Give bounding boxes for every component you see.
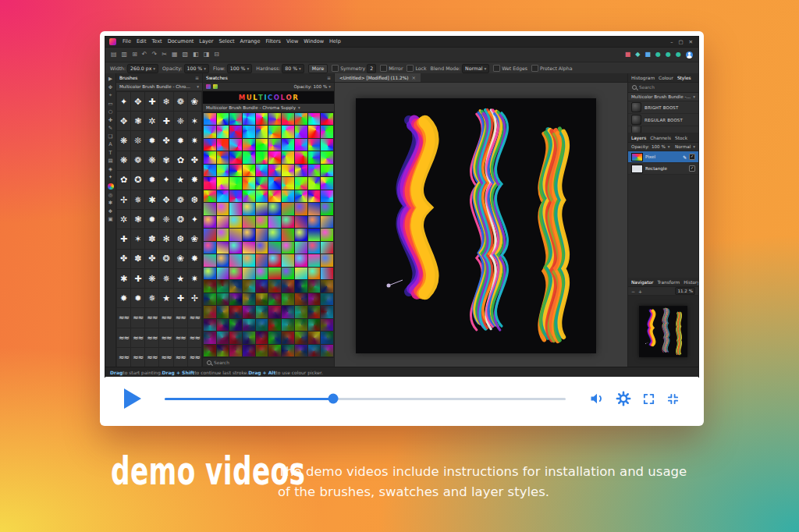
hardness-control[interactable]: Hardness:80 %▾ xyxy=(256,64,304,73)
brush-thumbnail[interactable]: ✦ xyxy=(159,171,172,190)
brush-thumbnail[interactable]: ✥ xyxy=(117,112,130,130)
tab-transform[interactable]: Transform xyxy=(657,280,680,285)
swatch[interactable] xyxy=(308,345,321,356)
swatch[interactable] xyxy=(256,229,268,240)
swatch[interactable] xyxy=(229,126,242,137)
swatch[interactable] xyxy=(229,242,242,254)
brush-thumbnail[interactable]: ≈≈ xyxy=(117,308,130,327)
swatch[interactable] xyxy=(229,293,242,305)
swatch[interactable] xyxy=(243,139,255,151)
swatch[interactable] xyxy=(308,293,321,305)
flow-value[interactable]: 100 %▾ xyxy=(227,64,252,73)
swatch[interactable] xyxy=(229,319,242,331)
swatch[interactable] xyxy=(256,268,268,279)
redo-icon[interactable]: ↷ xyxy=(152,51,158,58)
share-icon[interactable]: ● xyxy=(666,51,671,58)
zoom-out-icon[interactable]: − xyxy=(631,289,635,294)
brush-thumbnail[interactable]: ❆ xyxy=(188,190,201,209)
menu-document[interactable]: Document xyxy=(165,37,197,47)
brush-thumbnail[interactable]: ✹ xyxy=(145,131,158,150)
swatch[interactable] xyxy=(217,293,229,305)
swatch[interactable] xyxy=(256,203,268,215)
swatch[interactable] xyxy=(295,293,307,305)
swatch[interactable] xyxy=(321,345,333,356)
swatch[interactable] xyxy=(295,280,307,292)
brush-thumbnail[interactable]: ≈≈ xyxy=(117,328,130,347)
brush-thumbnail[interactable]: ✥ xyxy=(159,190,172,209)
brush-thumbnail[interactable]: ❊ xyxy=(131,131,144,150)
swatch[interactable] xyxy=(295,242,307,254)
swatch[interactable] xyxy=(217,332,229,343)
brush-thumbnail[interactable]: ≈≈ xyxy=(188,328,201,347)
mirror-checkbox[interactable] xyxy=(380,65,387,72)
video-frame-app-screenshot[interactable]: FileEditTextDocumentLayerSelectArrangeFi… xyxy=(105,37,698,377)
swatch[interactable] xyxy=(321,216,333,228)
swatch[interactable] xyxy=(282,165,294,176)
brush-thumbnail[interactable]: ✿ xyxy=(174,151,187,170)
save-icon[interactable]: ⊞ xyxy=(132,51,137,58)
swatch[interactable] xyxy=(295,165,307,176)
swatch[interactable] xyxy=(229,280,242,292)
swatch[interactable] xyxy=(268,229,281,240)
swatch[interactable] xyxy=(256,165,268,176)
swatch[interactable] xyxy=(321,268,333,279)
width-value[interactable]: 260.0 px▾ xyxy=(127,64,158,73)
tab-layers[interactable]: Layers xyxy=(631,136,646,140)
brush-bundle-select[interactable]: Multicolor Brush Bundle - Chroma Supply … xyxy=(116,83,202,91)
swatch[interactable] xyxy=(204,345,216,356)
paint-brush-tool-icon[interactable]: ✎ xyxy=(108,126,112,131)
swatch[interactable] xyxy=(308,165,321,176)
swatch[interactable] xyxy=(243,165,255,176)
brush-thumbnail[interactable]: ✚ xyxy=(145,92,158,111)
brush-thumbnail[interactable]: ❋ xyxy=(145,269,158,288)
menu-layer[interactable]: Layer xyxy=(197,37,215,47)
bitmap-chip-icon[interactable] xyxy=(213,84,218,89)
selection-tool-icon[interactable]: ○ xyxy=(108,109,113,115)
brush-thumbnail[interactable]: ✵ xyxy=(159,269,172,288)
tab-styles[interactable]: Styles xyxy=(677,76,691,80)
blur-tool-icon[interactable]: ✦ xyxy=(108,175,112,180)
swatch[interactable] xyxy=(321,190,333,202)
brush-thumbnail[interactable]: ✚ xyxy=(117,229,130,248)
brush-thumbnail[interactable]: ≈≈ xyxy=(188,348,201,367)
brush-thumbnail[interactable]: ❀ xyxy=(188,229,201,248)
swatch[interactable] xyxy=(308,216,321,228)
opacity-control[interactable]: Opacity:100 %▾ xyxy=(162,64,209,73)
swatch[interactable] xyxy=(282,177,294,189)
panel-menu-icon[interactable]: ≡ xyxy=(195,75,199,80)
swatch[interactable] xyxy=(268,113,281,125)
style-item-partial[interactable] xyxy=(628,126,698,133)
swatch[interactable] xyxy=(217,242,229,254)
swatch[interactable] xyxy=(204,113,216,125)
brush-thumbnail[interactable]: ✲ xyxy=(145,112,158,130)
swatch[interactable] xyxy=(321,126,333,137)
brush-thumbnail[interactable]: ❋ xyxy=(117,151,130,170)
brush-thumbnail[interactable]: ≈≈ xyxy=(159,348,172,367)
swatch[interactable] xyxy=(256,177,268,189)
brush-thumbnail[interactable]: ✵ xyxy=(131,190,144,209)
swatch[interactable] xyxy=(243,254,255,266)
layers-opacity-value[interactable]: 100 % xyxy=(652,144,666,149)
brush-thumbnail[interactable]: ✽ xyxy=(131,250,144,268)
cut-icon[interactable]: ✂ xyxy=(162,51,167,58)
swatch[interactable] xyxy=(217,280,229,292)
swatch[interactable] xyxy=(229,165,242,176)
brush-thumbnail[interactable]: ❈ xyxy=(159,210,172,229)
brush-thumbnail[interactable]: ❋ xyxy=(145,151,158,170)
swatch[interactable] xyxy=(256,151,268,163)
swatch[interactable] xyxy=(308,190,321,202)
brush-thumbnail[interactable]: ✚ xyxy=(174,289,187,307)
swatch[interactable] xyxy=(243,177,255,189)
layer-row-pixel[interactable]: Pixel✎✓ xyxy=(628,151,698,163)
help-icon[interactable]: ● xyxy=(676,51,681,58)
brush-thumbnail[interactable]: ✵ xyxy=(145,289,158,307)
swatch[interactable] xyxy=(295,177,307,189)
swatch[interactable] xyxy=(217,216,229,228)
swatch[interactable] xyxy=(308,242,321,254)
swatch[interactable] xyxy=(243,242,255,254)
swatch[interactable] xyxy=(268,126,281,137)
brush-thumbnail[interactable]: ✚ xyxy=(159,112,172,130)
brush-thumbnail[interactable]: ✷ xyxy=(188,131,201,150)
swatch[interactable] xyxy=(204,177,216,189)
brush-thumbnail[interactable]: ❁ xyxy=(131,151,144,170)
